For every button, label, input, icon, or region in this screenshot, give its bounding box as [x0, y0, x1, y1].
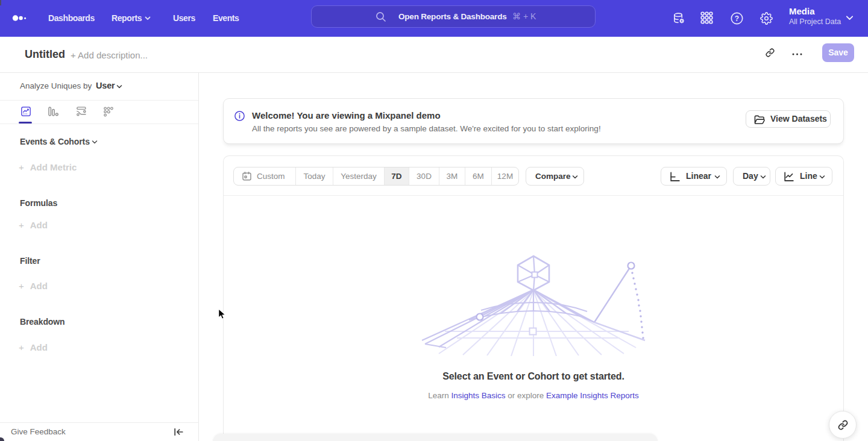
svg-text:?: ? [735, 14, 739, 23]
